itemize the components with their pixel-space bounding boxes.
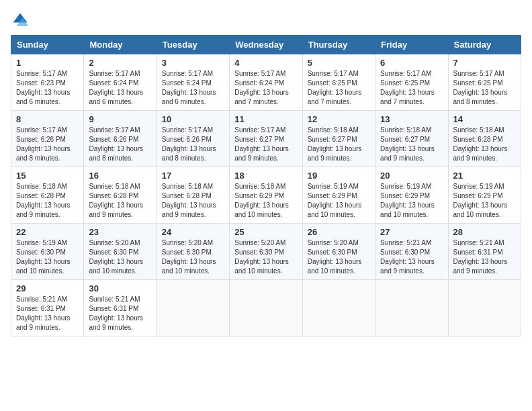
week-row-3: 15 Sunrise: 5:18 AMSunset: 6:28 PMDaylig…: [11, 167, 521, 224]
calendar-cell: 14 Sunrise: 5:18 AMSunset: 6:28 PMDaylig…: [448, 111, 521, 167]
cell-content: Sunrise: 5:20 AMSunset: 6:30 PMDaylight:…: [308, 238, 370, 276]
calendar-cell: 9 Sunrise: 5:17 AMSunset: 6:26 PMDayligh…: [84, 111, 157, 167]
calendar-cell: 17 Sunrise: 5:18 AMSunset: 6:28 PMDaylig…: [157, 167, 229, 224]
day-number: 26: [308, 227, 370, 237]
cell-content: Sunrise: 5:20 AMSunset: 6:30 PMDaylight:…: [162, 238, 224, 276]
calendar-cell: [448, 280, 521, 336]
cell-content: Sunrise: 5:17 AMSunset: 6:26 PMDaylight:…: [16, 126, 79, 163]
calendar-cell: 1 Sunrise: 5:17 AMSunset: 6:23 PMDayligh…: [11, 54, 84, 111]
day-number: 29: [16, 283, 79, 293]
calendar-cell: 13 Sunrise: 5:18 AMSunset: 6:27 PMDaylig…: [375, 111, 448, 167]
header-monday: Monday: [84, 36, 157, 54]
day-number: 10: [162, 114, 224, 124]
cell-content: Sunrise: 5:20 AMSunset: 6:30 PMDaylight:…: [234, 238, 297, 276]
calendar-cell: [302, 280, 375, 336]
header-saturday: Saturday: [448, 36, 521, 54]
header-wednesday: Wednesday: [230, 36, 302, 54]
week-row-1: 1 Sunrise: 5:17 AMSunset: 6:23 PMDayligh…: [11, 54, 521, 111]
day-number: 3: [162, 58, 224, 68]
calendar-cell: [157, 280, 229, 336]
cell-content: Sunrise: 5:17 AMSunset: 6:23 PMDaylight:…: [16, 69, 79, 107]
cell-content: Sunrise: 5:18 AMSunset: 6:27 PMDaylight:…: [380, 126, 443, 163]
cell-content: Sunrise: 5:17 AMSunset: 6:24 PMDaylight:…: [162, 69, 224, 107]
calendar-cell: 18 Sunrise: 5:18 AMSunset: 6:29 PMDaylig…: [230, 167, 302, 224]
calendar-cell: 29 Sunrise: 5:21 AMSunset: 6:31 PMDaylig…: [11, 280, 84, 336]
cell-content: Sunrise: 5:19 AMSunset: 6:30 PMDaylight:…: [16, 238, 79, 276]
calendar-table: SundayMondayTuesdayWednesdayThursdayFrid…: [11, 35, 521, 336]
cell-content: Sunrise: 5:18 AMSunset: 6:28 PMDaylight:…: [89, 182, 151, 220]
calendar-cell: 5 Sunrise: 5:17 AMSunset: 6:25 PMDayligh…: [302, 54, 375, 111]
week-row-4: 22 Sunrise: 5:19 AMSunset: 6:30 PMDaylig…: [11, 224, 521, 280]
day-number: 15: [16, 171, 79, 181]
day-number: 6: [380, 58, 443, 68]
cell-content: Sunrise: 5:18 AMSunset: 6:28 PMDaylight:…: [16, 182, 79, 220]
header-row: SundayMondayTuesdayWednesdayThursdayFrid…: [11, 36, 521, 54]
day-number: 22: [16, 227, 79, 237]
header-sunday: Sunday: [11, 36, 84, 54]
calendar-cell: 10 Sunrise: 5:17 AMSunset: 6:26 PMDaylig…: [157, 111, 229, 167]
logo-icon: [11, 11, 30, 30]
cell-content: Sunrise: 5:18 AMSunset: 6:29 PMDaylight:…: [234, 182, 297, 220]
calendar-cell: 20 Sunrise: 5:19 AMSunset: 6:29 PMDaylig…: [375, 167, 448, 224]
day-number: 1: [16, 58, 79, 68]
calendar-cell: 26 Sunrise: 5:20 AMSunset: 6:30 PMDaylig…: [302, 224, 375, 280]
day-number: 24: [162, 227, 224, 237]
day-number: 14: [453, 114, 516, 124]
cell-content: Sunrise: 5:21 AMSunset: 6:31 PMDaylight:…: [89, 295, 151, 332]
calendar-cell: 27 Sunrise: 5:21 AMSunset: 6:30 PMDaylig…: [375, 224, 448, 280]
calendar-cell: 23 Sunrise: 5:20 AMSunset: 6:30 PMDaylig…: [84, 224, 157, 280]
cell-content: Sunrise: 5:17 AMSunset: 6:24 PMDaylight:…: [89, 69, 151, 107]
cell-content: Sunrise: 5:19 AMSunset: 6:29 PMDaylight:…: [453, 182, 516, 220]
day-number: 9: [89, 114, 151, 124]
cell-content: Sunrise: 5:20 AMSunset: 6:30 PMDaylight:…: [89, 238, 151, 276]
day-number: 20: [380, 171, 443, 181]
cell-content: Sunrise: 5:18 AMSunset: 6:28 PMDaylight:…: [453, 126, 516, 163]
day-number: 28: [453, 227, 516, 237]
cell-content: Sunrise: 5:21 AMSunset: 6:30 PMDaylight:…: [380, 238, 443, 276]
day-number: 7: [453, 58, 516, 68]
cell-content: Sunrise: 5:17 AMSunset: 6:24 PMDaylight:…: [234, 69, 297, 107]
day-number: 12: [308, 114, 370, 124]
day-number: 17: [162, 171, 224, 181]
day-number: 25: [234, 227, 297, 237]
calendar-cell: 12 Sunrise: 5:18 AMSunset: 6:27 PMDaylig…: [302, 111, 375, 167]
page-header: [11, 11, 521, 30]
calendar-cell: 4 Sunrise: 5:17 AMSunset: 6:24 PMDayligh…: [230, 54, 302, 111]
cell-content: Sunrise: 5:17 AMSunset: 6:25 PMDaylight:…: [453, 69, 516, 107]
calendar-cell: [375, 280, 448, 336]
cell-content: Sunrise: 5:17 AMSunset: 6:25 PMDaylight:…: [380, 69, 443, 107]
calendar-cell: 6 Sunrise: 5:17 AMSunset: 6:25 PMDayligh…: [375, 54, 448, 111]
day-number: 27: [380, 227, 443, 237]
cell-content: Sunrise: 5:19 AMSunset: 6:29 PMDaylight:…: [380, 182, 443, 220]
cell-content: Sunrise: 5:17 AMSunset: 6:25 PMDaylight:…: [308, 69, 370, 107]
calendar-cell: 3 Sunrise: 5:17 AMSunset: 6:24 PMDayligh…: [157, 54, 229, 111]
calendar-cell: 8 Sunrise: 5:17 AMSunset: 6:26 PMDayligh…: [11, 111, 84, 167]
cell-content: Sunrise: 5:18 AMSunset: 6:27 PMDaylight:…: [308, 126, 370, 163]
header-thursday: Thursday: [302, 36, 375, 54]
calendar-cell: 19 Sunrise: 5:19 AMSunset: 6:29 PMDaylig…: [302, 167, 375, 224]
day-number: 8: [16, 114, 79, 124]
cell-content: Sunrise: 5:17 AMSunset: 6:26 PMDaylight:…: [162, 126, 224, 163]
cell-content: Sunrise: 5:17 AMSunset: 6:27 PMDaylight:…: [234, 126, 297, 163]
day-number: 4: [234, 58, 297, 68]
calendar-cell: 11 Sunrise: 5:17 AMSunset: 6:27 PMDaylig…: [230, 111, 302, 167]
day-number: 18: [234, 171, 297, 181]
week-row-5: 29 Sunrise: 5:21 AMSunset: 6:31 PMDaylig…: [11, 280, 521, 336]
calendar-cell: 7 Sunrise: 5:17 AMSunset: 6:25 PMDayligh…: [448, 54, 521, 111]
calendar-cell: 22 Sunrise: 5:19 AMSunset: 6:30 PMDaylig…: [11, 224, 84, 280]
cell-content: Sunrise: 5:21 AMSunset: 6:31 PMDaylight:…: [453, 238, 516, 276]
day-number: 16: [89, 171, 151, 181]
calendar-cell: 2 Sunrise: 5:17 AMSunset: 6:24 PMDayligh…: [84, 54, 157, 111]
header-tuesday: Tuesday: [157, 36, 229, 54]
calendar-cell: 28 Sunrise: 5:21 AMSunset: 6:31 PMDaylig…: [448, 224, 521, 280]
week-row-2: 8 Sunrise: 5:17 AMSunset: 6:26 PMDayligh…: [11, 111, 521, 167]
day-number: 13: [380, 114, 443, 124]
logo: [11, 11, 32, 30]
calendar-cell: 15 Sunrise: 5:18 AMSunset: 6:28 PMDaylig…: [11, 167, 84, 224]
header-friday: Friday: [375, 36, 448, 54]
day-number: 30: [89, 283, 151, 293]
day-number: 23: [89, 227, 151, 237]
cell-content: Sunrise: 5:17 AMSunset: 6:26 PMDaylight:…: [89, 126, 151, 163]
calendar-cell: 25 Sunrise: 5:20 AMSunset: 6:30 PMDaylig…: [230, 224, 302, 280]
day-number: 5: [308, 58, 370, 68]
